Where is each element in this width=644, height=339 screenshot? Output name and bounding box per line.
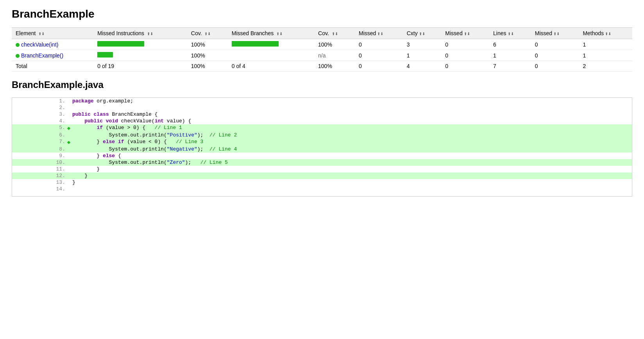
- line-indicator: [65, 104, 72, 111]
- na-label: n/a: [318, 52, 326, 59]
- line-code: System.out.println("Negative"); // Line …: [72, 146, 632, 152]
- cov2-cell: n/a: [314, 50, 355, 61]
- missed-methods-cell: 0: [531, 50, 579, 61]
- cov1-cell: 100%: [187, 39, 228, 50]
- total-missed-methods: 0: [531, 61, 579, 72]
- missed-cxty-cell: 0: [355, 39, 403, 50]
- line-code: public class BranchExample {: [72, 111, 632, 118]
- sort-cov2-icon: ⬆⬇: [332, 32, 338, 36]
- lines-cell: 6: [489, 39, 531, 50]
- line-indicator: [65, 179, 72, 186]
- line-number: 4.: [12, 118, 65, 124]
- sort-element-icon: ⬆⬇: [38, 32, 45, 36]
- line-number: 10.: [12, 159, 65, 166]
- line-indicator: [65, 159, 72, 166]
- code-line: 7.◆ } else if (value < 0) { // Line 3: [12, 138, 632, 146]
- code-line: 4. public void checkValue(int value) {: [12, 118, 632, 124]
- methods-cell: 1: [579, 39, 632, 50]
- page-title: BranchExample: [12, 8, 632, 20]
- line-indicator: [65, 186, 72, 192]
- line-indicator: ◆: [65, 138, 72, 146]
- col-missed-lines[interactable]: Missed⬆⬇: [441, 28, 489, 39]
- branch-bar-cell: [228, 39, 314, 50]
- line-code: [72, 104, 632, 111]
- total-instr: 0 of 19: [93, 61, 187, 72]
- diamond-icon: ◆: [67, 139, 70, 145]
- cxty-cell: 1: [403, 50, 442, 61]
- line-code: [72, 186, 632, 192]
- line-number: 5.: [12, 124, 65, 132]
- code-line: 14.: [12, 186, 632, 192]
- file-title: BranchExample.java: [12, 79, 632, 90]
- total-methods: 2: [579, 61, 632, 72]
- sort-cxty-icon: ⬆⬇: [419, 32, 425, 36]
- instr-bar: [97, 41, 144, 47]
- line-number: 9.: [12, 152, 65, 159]
- total-branch: 0 of 4: [228, 61, 314, 72]
- status-dot: [16, 43, 20, 47]
- code-line: 11. }: [12, 166, 632, 172]
- sort-missed-methods-icon: ⬆⬇: [553, 32, 560, 36]
- table-row: BranchExample()100%n/a010101: [12, 50, 632, 61]
- sort-lines-icon: ⬆⬇: [508, 32, 514, 36]
- line-indicator: [65, 172, 72, 179]
- col-element[interactable]: Element ⬆⬇: [12, 28, 93, 39]
- col-lines[interactable]: Lines⬆⬇: [489, 28, 531, 39]
- col-cxty[interactable]: Cxty⬆⬇: [403, 28, 442, 39]
- line-code: } else if (value < 0) { // Line 3: [72, 138, 632, 146]
- line-code: package org.example;: [72, 98, 632, 104]
- code-line: 6. System.out.println("Positive"); // Li…: [12, 132, 632, 138]
- instr-bar-cell: [93, 39, 187, 50]
- sort-methods-icon: ⬆⬇: [605, 32, 611, 36]
- status-dot: [16, 54, 20, 58]
- line-indicator: ◆: [65, 124, 72, 132]
- line-code: public void checkValue(int value) {: [72, 118, 632, 124]
- total-instr-pct: 100%: [187, 61, 228, 72]
- code-line: 13.}: [12, 179, 632, 186]
- cov1-cell: 100%: [187, 50, 228, 61]
- sort-missed-lines-icon: ⬆⬇: [464, 32, 470, 36]
- line-indicator: [65, 132, 72, 138]
- line-number: 2.: [12, 104, 65, 111]
- code-line: 1.package org.example;: [12, 98, 632, 104]
- line-number: 12.: [12, 172, 65, 179]
- line-indicator: [65, 111, 72, 118]
- method-link[interactable]: BranchExample(): [21, 52, 63, 59]
- sort-missed-instructions-icon: ⬆⬇: [147, 32, 153, 36]
- col-missed-cxty[interactable]: Missed⬆⬇: [355, 28, 403, 39]
- line-code: }: [72, 172, 632, 179]
- line-indicator: [65, 152, 72, 159]
- methods-cell: 1: [579, 50, 632, 61]
- col-methods[interactable]: Methods⬆⬇: [579, 28, 632, 39]
- missed-lines-cell: 0: [441, 39, 489, 50]
- code-line: 3.public class BranchExample {: [12, 111, 632, 118]
- total-row: Total 0 of 19 100% 0 of 4 100% 0 4 0 7 0…: [12, 61, 632, 72]
- coverage-table: Element ⬆⬇ Missed Instructions ⬆⬇ Cov. ⬆…: [12, 27, 632, 72]
- line-number: 6.: [12, 132, 65, 138]
- total-missed-cxty: 0: [355, 61, 403, 72]
- line-indicator: [65, 118, 72, 124]
- element-cell: checkValue(int): [12, 39, 93, 50]
- diamond-icon: ◆: [67, 125, 70, 131]
- line-indicator: [65, 146, 72, 152]
- line-code: } else {: [72, 152, 632, 159]
- code-line: 12. }: [12, 172, 632, 179]
- code-block: 1.package org.example;2.3.public class B…: [12, 97, 632, 197]
- instr-bar-cell: [93, 50, 187, 61]
- line-code: }: [72, 179, 632, 186]
- missed-cxty-cell: 0: [355, 50, 403, 61]
- col-missed-instructions[interactable]: Missed Instructions ⬆⬇: [93, 28, 187, 39]
- col-cov1[interactable]: Cov. ⬆⬇: [187, 28, 228, 39]
- col-missed-branches[interactable]: Missed Branches ⬆⬇: [228, 28, 314, 39]
- line-code: if (value > 0) { // Line 1: [72, 124, 632, 132]
- method-link[interactable]: checkValue(int): [21, 41, 58, 48]
- code-table: 1.package org.example;2.3.public class B…: [12, 98, 632, 192]
- line-indicator: [65, 98, 72, 104]
- line-number: 1.: [12, 98, 65, 104]
- col-missed-methods[interactable]: Missed⬆⬇: [531, 28, 579, 39]
- code-line: 8. System.out.println("Negative"); // Li…: [12, 146, 632, 152]
- col-cov2[interactable]: Cov. ⬆⬇: [314, 28, 355, 39]
- line-code: System.out.println("Zero"); // Line 5: [72, 159, 632, 166]
- line-number: 13.: [12, 179, 65, 186]
- code-line: 9. } else {: [12, 152, 632, 159]
